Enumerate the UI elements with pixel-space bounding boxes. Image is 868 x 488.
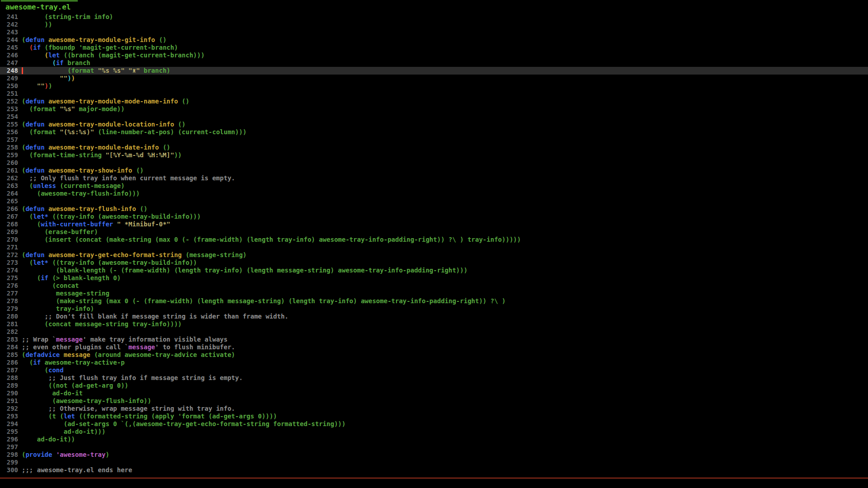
code-line[interactable]: 264 (awesome-tray-flush-info))) — [0, 190, 868, 197]
code-line[interactable]: 282 — [0, 328, 868, 336]
code-token — [22, 75, 60, 82]
code-token: message — [128, 343, 155, 351]
code-line[interactable]: 272(defun awesome-tray-get-echo-format-s… — [0, 251, 868, 259]
code-line[interactable]: 292 ;; Otherwise, wrap message string wi… — [0, 405, 868, 413]
line-number: 257 — [0, 136, 18, 144]
code-token: ) — [105, 451, 109, 458]
code-line[interactable]: 253 (format "%s" major-mode)) — [0, 105, 868, 113]
code-line[interactable]: 288 ;; Just flush tray info if message s… — [0, 374, 868, 382]
code-line[interactable]: 245 (if (fboundp 'magit-get-current-bran… — [0, 44, 868, 52]
line-number: 246 — [0, 52, 18, 59]
code-line[interactable]: 243 — [0, 28, 868, 36]
code-line[interactable]: 291 (awesome-tray-flush-info)) — [0, 397, 868, 405]
code-token: () — [174, 121, 185, 128]
code-line[interactable]: 262 ;; Only flush tray info when current… — [0, 174, 868, 182]
code-line[interactable]: 274 (blank-length (- (frame-width) (leng… — [0, 267, 868, 274]
code-line[interactable]: 256 (format "(%s:%s)" (line-number-at-po… — [0, 128, 868, 136]
code-token: defadvice — [25, 351, 60, 358]
code-token: "[%Y-%m-%d %H:%M]" — [105, 151, 174, 159]
code-line[interactable]: 294 (ad-set-args 0 `(,(awesome-tray-get-… — [0, 420, 868, 428]
code-line[interactable]: 266(defun awesome-tray-flush-info () — [0, 205, 868, 213]
code-line[interactable]: 255(defun awesome-tray-module-location-i… — [0, 121, 868, 128]
code-line[interactable]: 269 (erase-buffer) — [0, 228, 868, 236]
code-line[interactable]: 281 (concat message-string tray-info)))) — [0, 320, 868, 328]
code-line[interactable]: 273 (let* ((tray-info (awesome-tray-buil… — [0, 259, 868, 267]
code-token: branch) — [140, 67, 170, 74]
code-token: ((tray-info (awesome-tray-build-info)) — [48, 259, 197, 266]
code-token: " *Minibuf-0*" — [117, 221, 170, 228]
code-line[interactable]: 293 (t (let ((formatted-string (apply 'f… — [0, 413, 868, 420]
code-line[interactable]: 244(defun awesome-tray-module-git-info (… — [0, 36, 868, 44]
code-line[interactable]: 299 — [0, 459, 868, 466]
code-line[interactable]: 289 ((not (ad-get-arg 0)) — [0, 382, 868, 389]
code-token: "%s %s" — [98, 67, 125, 74]
code-line[interactable]: 267 (let* ((tray-info (awesome-tray-buil… — [0, 213, 868, 221]
code-area[interactable]: 241 (string-trim info)242 ))243244(defun… — [0, 13, 868, 474]
code-token: "" — [37, 82, 45, 89]
code-token: () — [132, 167, 143, 174]
code-token: let* — [33, 259, 48, 266]
code-line[interactable]: 249 "")) — [0, 75, 868, 82]
code-line[interactable]: 261(defun awesome-tray-show-info () — [0, 167, 868, 174]
code-line[interactable]: 258(defun awesome-tray-module-date-info … — [0, 144, 868, 151]
code-line[interactable]: 279 tray-info) — [0, 305, 868, 313]
line-number: 271 — [0, 244, 18, 251]
line-number: 296 — [0, 436, 18, 443]
line-number: 286 — [0, 359, 18, 366]
code-token — [45, 121, 48, 128]
code-line[interactable]: 283;; Wrap `message' make tray informati… — [0, 336, 868, 343]
code-token — [22, 52, 45, 59]
code-line[interactable]: 248 (format "%s %s" "♜" branch) — [0, 67, 868, 75]
line-number: 266 — [0, 205, 18, 213]
code-line[interactable]: 257 — [0, 136, 868, 144]
code-line[interactable]: 286 (if awesome-tray-active-p — [0, 359, 868, 366]
code-token — [22, 82, 37, 89]
code-line[interactable]: 250 "")) — [0, 82, 868, 90]
code-line[interactable]: 247 (if branch — [0, 59, 868, 67]
code-line[interactable]: 278 (make-string (max 0 (- (frame-width)… — [0, 297, 868, 305]
code-line[interactable]: 295 ad-do-it))) — [0, 428, 868, 436]
code-line[interactable]: 275 (if (> blank-length 0) — [0, 274, 868, 282]
code-line[interactable]: 259 (format-time-string "[%Y-%m-%d %H:%M… — [0, 151, 868, 159]
code-line[interactable]: 265 — [0, 197, 868, 205]
line-number: 247 — [0, 59, 18, 67]
code-line[interactable]: 260 — [0, 159, 868, 167]
line-number: 268 — [0, 221, 18, 228]
code-token: ) — [67, 75, 71, 82]
code-line[interactable]: 287 (cond — [0, 366, 868, 374]
code-token — [125, 67, 128, 74]
line-number: 280 — [0, 313, 18, 320]
code-line[interactable]: 246 (let ((branch (magit-get-current-bra… — [0, 52, 868, 59]
code-line[interactable]: 268 (with-current-buffer " *Minibuf-0*" — [0, 221, 868, 228]
line-number: 274 — [0, 267, 18, 274]
code-line[interactable]: 280 ;; Don't fill blank if message strin… — [0, 313, 868, 320]
line-number: 265 — [0, 197, 18, 205]
line-number: 248 — [0, 67, 18, 75]
code-line[interactable]: 296 ad-do-it)) — [0, 436, 868, 443]
code-line[interactable]: 241 (string-trim info) — [0, 13, 868, 21]
code-line[interactable]: 270 (insert (concat (make-string (max 0 … — [0, 236, 868, 244]
code-token: (erase-buffer) — [22, 228, 98, 235]
code-line[interactable]: 252(defun awesome-tray-module-mode-name-… — [0, 98, 868, 105]
code-line[interactable]: 300;;; awesome-tray.el ends here — [0, 466, 868, 474]
code-token: (line-number-at-pos) (current-column))) — [94, 128, 246, 136]
code-token: ((formatted-string (apply 'format (ad-ge… — [75, 413, 277, 420]
code-line[interactable]: 290 ad-do-it — [0, 389, 868, 397]
code-line[interactable]: 284;; even other plugins call `message' … — [0, 343, 868, 351]
code-token: (> blank-length 0) — [48, 274, 121, 282]
code-line[interactable]: 277 message-string — [0, 290, 868, 297]
code-line[interactable]: 276 (concat — [0, 282, 868, 290]
code-token: ;; Otherwise, wrap message string with t… — [48, 405, 235, 412]
code-line[interactable]: 298(provide 'awesome-tray) — [0, 451, 868, 459]
code-line[interactable]: 263 (unless (current-message) — [0, 182, 868, 190]
code-token: ((tray-info (awesome-tray-build-info))) — [48, 213, 201, 220]
code-line[interactable]: 254 — [0, 113, 868, 121]
code-line[interactable]: 285(defadvice message (around awesome-tr… — [0, 351, 868, 359]
code-token — [113, 221, 117, 228]
code-line[interactable]: 251 — [0, 90, 868, 98]
code-line[interactable]: 242 )) — [0, 21, 868, 28]
code-line[interactable]: 297 — [0, 443, 868, 451]
code-line[interactable]: 271 — [0, 244, 868, 251]
code-token: ' to flush minibufer. — [155, 343, 235, 351]
echo-area: ♜ master emacs-lisp-mode (248:0) [2018-1… — [0, 479, 868, 488]
